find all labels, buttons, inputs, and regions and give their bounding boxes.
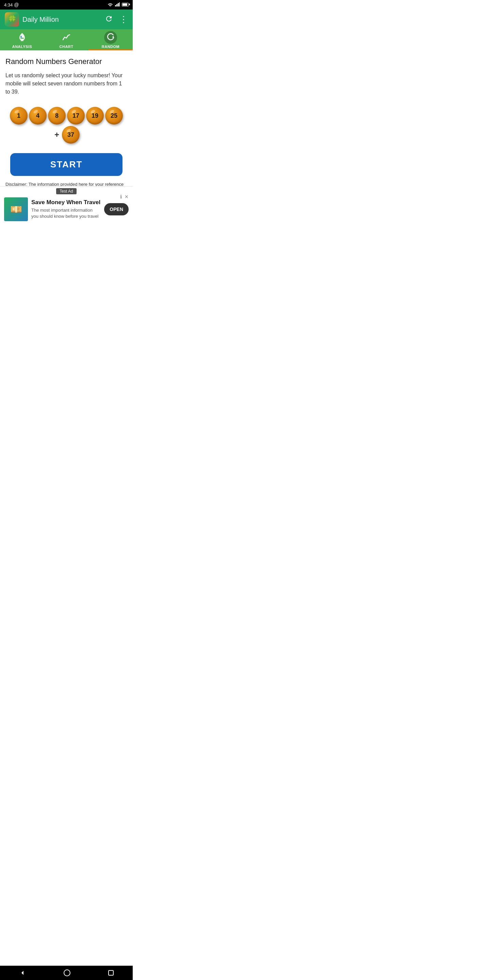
tab-analysis-label: ANALYSIS: [12, 45, 32, 49]
app-bar: 🍀 Daily Million ⋮: [0, 10, 133, 29]
svg-rect-4: [21, 40, 24, 41]
ad-close-icon[interactable]: ✕: [124, 194, 129, 199]
start-button[interactable]: START: [10, 153, 123, 176]
ball-2: 4: [29, 107, 47, 124]
analysis-icon: [16, 31, 29, 44]
svg-rect-1: [116, 4, 118, 6]
more-options-icon[interactable]: ⋮: [119, 14, 128, 25]
ad-text-block: Save Money When Travel The most importan…: [31, 199, 101, 220]
app-bar-left: 🍀 Daily Million: [5, 12, 59, 27]
app-bar-right: ⋮: [105, 14, 128, 25]
lottery-balls-row: 1 4 8 17 19 25 + 37: [5, 107, 127, 143]
ball-1: 1: [10, 107, 27, 124]
ball-3: 8: [48, 107, 66, 124]
svg-rect-2: [118, 3, 119, 6]
tab-random-label: RANDOM: [102, 45, 120, 49]
app-bar-title: Daily Million: [22, 16, 59, 24]
status-bar: 4:34 @: [0, 0, 133, 10]
plus-sign: +: [54, 130, 59, 140]
svg-marker-7: [112, 36, 114, 37]
tab-bar: ANALYSIS CHART RANDOM: [0, 29, 133, 50]
svg-point-6: [21, 36, 22, 38]
signal-icon: [115, 2, 120, 8]
ball-4: 17: [67, 107, 85, 124]
refresh-icon[interactable]: [105, 14, 113, 24]
ad-image: 💴: [4, 197, 28, 221]
status-icons: [108, 2, 129, 8]
random-icon: [104, 31, 117, 44]
status-time-area: 4:34 @: [4, 2, 19, 8]
ad-info-icon[interactable]: ℹ: [120, 194, 122, 199]
ad-open-button[interactable]: OPEN: [104, 203, 129, 215]
time: 4:34: [4, 2, 13, 8]
tab-random[interactable]: RANDOM: [89, 29, 133, 50]
bonus-ball: 37: [62, 126, 80, 143]
at-icon: @: [14, 2, 19, 8]
page-description: Let us randomly select your lucky numbes…: [5, 72, 127, 96]
page-title: Random Numbers Generator: [5, 57, 127, 66]
battery-icon: [122, 2, 129, 8]
tab-chart[interactable]: CHART: [44, 29, 89, 50]
ad-subtitle: The most important information you shoul…: [31, 207, 101, 220]
ball-5: 19: [86, 107, 104, 124]
ad-title: Save Money When Travel: [31, 199, 101, 206]
svg-rect-0: [115, 5, 116, 6]
ad-tag-label: Test Ad: [56, 188, 76, 194]
wifi-icon: [108, 2, 113, 8]
ball-6: 25: [105, 107, 123, 124]
ad-content: 💴 Save Money When Travel The most import…: [0, 194, 133, 224]
chart-icon: [60, 31, 73, 44]
svg-rect-5: [21, 38, 24, 39]
main-content: Random Numbers Generator Let us randomly…: [0, 50, 133, 200]
svg-rect-3: [119, 2, 120, 6]
tab-analysis[interactable]: ANALYSIS: [0, 29, 44, 50]
ad-icons: ℹ ✕: [120, 194, 129, 199]
tab-chart-label: CHART: [60, 45, 73, 49]
ad-banner: Test Ad 💴 Save Money When Travel The mos…: [0, 186, 133, 224]
app-logo: 🍀: [5, 12, 19, 27]
